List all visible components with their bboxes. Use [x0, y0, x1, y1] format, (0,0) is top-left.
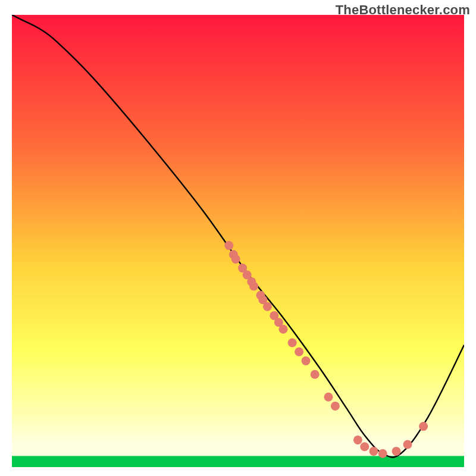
data-point [263, 302, 272, 311]
data-point [249, 282, 258, 291]
gradient-background [12, 15, 464, 467]
chart-frame: TheBottlenecker.com [0, 0, 476, 476]
data-point [279, 325, 288, 334]
data-point [331, 402, 340, 411]
data-point [360, 442, 369, 451]
chart-svg [12, 15, 464, 467]
data-point [224, 241, 233, 250]
data-point [403, 440, 412, 449]
data-point [311, 370, 320, 379]
data-point [231, 255, 240, 264]
data-point [324, 393, 333, 402]
data-point [378, 449, 387, 458]
data-point [353, 436, 362, 444]
data-point [419, 422, 428, 431]
data-point [369, 447, 378, 456]
data-point [295, 347, 303, 356]
data-point [288, 339, 297, 347]
data-point [302, 356, 311, 365]
data-point [392, 447, 401, 456]
plot-area [12, 15, 464, 467]
